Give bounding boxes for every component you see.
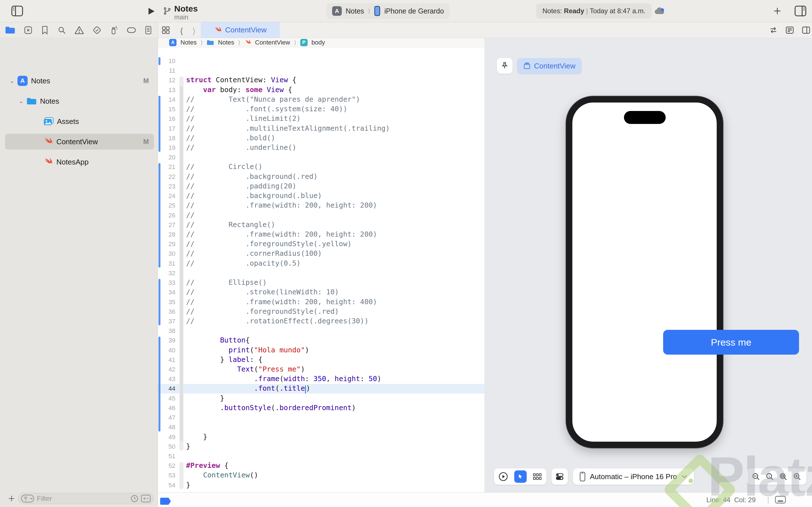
disclosure-chevron-icon[interactable]: ⌄: [8, 77, 16, 84]
line-number[interactable]: 29: [158, 240, 175, 248]
jumpbar-item-file[interactable]: ContentView: [255, 39, 290, 46]
filter-options-icon[interactable]: [21, 495, 34, 503]
code-line-22[interactable]: 22// .background(.red): [158, 172, 485, 182]
pin-preview-button[interactable]: [497, 58, 513, 74]
code-line-38[interactable]: 38: [158, 326, 485, 336]
editor-options-icon[interactable]: [785, 26, 794, 34]
activity-status[interactable]: Notes: Ready | Today at 8:47 a.m.: [536, 3, 652, 18]
selectable-mode-button[interactable]: [514, 470, 527, 483]
line-number[interactable]: 27: [158, 221, 175, 229]
line-number[interactable]: 23: [158, 183, 175, 190]
code-line-53[interactable]: 53 ContentView(): [158, 471, 485, 480]
code-line-40[interactable]: 40 print("Hola mundo"): [158, 346, 485, 355]
code-line-25[interactable]: 25// .frame(width: 200, height: 200): [158, 201, 485, 210]
code-line-12[interactable]: 12struct ContentView: View {: [158, 75, 485, 85]
scheme-selector[interactable]: A Notes ⟩ iPhone de Gerardo: [326, 3, 449, 19]
jumpbar-item-symbol[interactable]: body: [312, 39, 325, 46]
line-number[interactable]: 30: [158, 250, 175, 258]
line-number[interactable]: 39: [158, 337, 175, 344]
add-editor-button[interactable]: [773, 7, 781, 15]
line-number[interactable]: 48: [158, 424, 175, 431]
line-number[interactable]: 17: [158, 125, 175, 132]
split-editor-icon[interactable]: [802, 26, 810, 34]
code-line-15[interactable]: 15// .font(.system(size: 40)): [158, 105, 485, 114]
code-line-11[interactable]: 11: [158, 66, 485, 75]
line-number[interactable]: 31: [158, 260, 175, 267]
line-number[interactable]: 51: [158, 453, 175, 460]
code-line-36[interactable]: 36// .foregroundStyle(.red): [158, 307, 485, 317]
scheme-target-label[interactable]: Notes: [346, 7, 364, 15]
line-number[interactable]: 42: [158, 366, 175, 373]
code-line-39[interactable]: 39 Button{: [158, 336, 485, 345]
line-number[interactable]: 21: [158, 163, 175, 171]
code-line-23[interactable]: 23// .padding(20): [158, 182, 485, 191]
line-number[interactable]: 53: [158, 472, 175, 479]
line-number[interactable]: 46: [158, 404, 175, 412]
line-number[interactable]: 13: [158, 87, 175, 94]
report-navigator-icon[interactable]: [144, 25, 152, 35]
line-number[interactable]: 11: [158, 67, 175, 74]
line-number[interactable]: 33: [158, 279, 175, 286]
run-button[interactable]: [147, 7, 156, 16]
breakpoint-navigator-icon[interactable]: [126, 26, 136, 34]
code-line-33[interactable]: 33// Ellipse(): [158, 278, 485, 288]
disclosure-chevron-icon[interactable]: ⌄: [17, 98, 25, 105]
code-line-18[interactable]: 18// .bold(): [158, 133, 485, 143]
preview-target-chip[interactable]: ContentView: [517, 58, 581, 74]
line-number[interactable]: 34: [158, 289, 175, 296]
tab-contentview[interactable]: ContentView: [201, 22, 280, 38]
zoom-fit-button[interactable]: [779, 472, 788, 481]
line-number[interactable]: 41: [158, 356, 175, 363]
code-line-30[interactable]: 30// .cornerRadius(100): [158, 249, 485, 259]
source-control-navigator-icon[interactable]: [24, 25, 33, 35]
code-line-20[interactable]: 20: [158, 153, 485, 162]
code-line-31[interactable]: 31// .opacity(0.5): [158, 259, 485, 269]
line-number[interactable]: 25: [158, 202, 175, 209]
code-line-45[interactable]: 45 }: [158, 394, 485, 403]
source-editor[interactable]: 101112struct ContentView: View {13 var b…: [158, 47, 485, 492]
sidebar-toggle-icon[interactable]: [11, 6, 23, 16]
code-line-27[interactable]: 27// Rectangle(): [158, 220, 485, 230]
variants-mode-button[interactable]: [533, 473, 542, 480]
code-line-44[interactable]: 44 .font(.title): [158, 384, 485, 393]
filter-field[interactable]: Filter: [18, 493, 154, 504]
tests-navigator-icon[interactable]: [93, 25, 101, 35]
breakpoint-flag-icon[interactable]: [160, 498, 171, 505]
line-number[interactable]: 10: [158, 57, 175, 65]
line-number[interactable]: 18: [158, 135, 175, 142]
bookmark-navigator-icon[interactable]: [41, 25, 49, 35]
zoom-out-button[interactable]: [751, 472, 760, 481]
line-number[interactable]: 43: [158, 376, 175, 383]
code-line-13[interactable]: 13 var body: some View {: [158, 86, 485, 95]
nav-forward-button[interactable]: ⟩: [192, 26, 196, 36]
zoom-100-button[interactable]: 1: [765, 472, 774, 481]
line-number[interactable]: 44: [158, 385, 175, 392]
line-number[interactable]: 26: [158, 212, 175, 219]
swap-editor-icon[interactable]: [769, 26, 777, 34]
add-file-button[interactable]: [8, 495, 15, 502]
display-icon[interactable]: [775, 496, 786, 504]
recent-files-icon[interactable]: [130, 494, 139, 503]
code-line-24[interactable]: 24// .background(.blue): [158, 191, 485, 201]
code-line-41[interactable]: 41 } label: {: [158, 355, 485, 365]
code-line-16[interactable]: 16// .lineLimit(2): [158, 114, 485, 124]
sidebar-item-contentview[interactable]: ContentViewM: [5, 134, 154, 150]
line-number[interactable]: 16: [158, 115, 175, 122]
sidebar-item-notes[interactable]: ⌄ANotesM: [5, 73, 154, 89]
line-number[interactable]: 35: [158, 298, 175, 306]
live-preview-button[interactable]: [499, 472, 508, 482]
preview-device-picker[interactable]: Automatic – iPhone 16 Pro: [573, 468, 694, 485]
scheme-destination-label[interactable]: iPhone de Gerardo: [384, 7, 444, 15]
line-number[interactable]: 24: [158, 192, 175, 200]
code-line-49[interactable]: 49 }: [158, 432, 485, 442]
code-line-32[interactable]: 32: [158, 269, 485, 278]
press-me-button[interactable]: Press me: [663, 330, 799, 355]
line-number[interactable]: 47: [158, 414, 175, 421]
code-line-52[interactable]: 52#Preview {: [158, 461, 485, 471]
source-control-status-icon[interactable]: [141, 495, 151, 503]
code-line-54[interactable]: 54}: [158, 481, 485, 490]
code-line-17[interactable]: 17// .multilineTextAlignment(.trailing): [158, 124, 485, 133]
device-settings-button[interactable]: [552, 468, 568, 485]
issues-navigator-icon[interactable]: [74, 25, 84, 35]
sidebar-item-notes[interactable]: ⌄Notes: [5, 93, 154, 109]
